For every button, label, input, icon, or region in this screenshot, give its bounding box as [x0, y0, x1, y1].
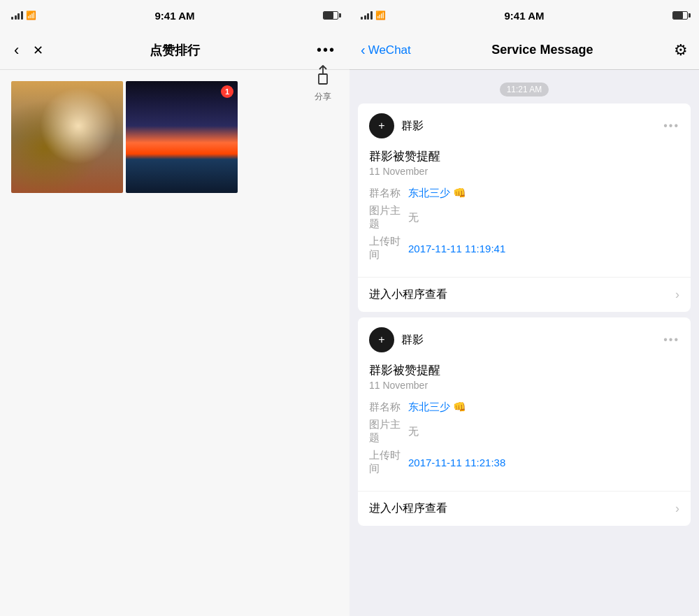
right-battery-icon — [672, 11, 688, 20]
card-2-group-value: 东北三少 👊 — [408, 401, 466, 414]
back-label: WeChat — [368, 43, 411, 57]
left-nav-title: 点赞排行 — [150, 42, 200, 59]
card-2-title: 群影被赞提醒 — [369, 362, 679, 378]
card-2-group-row: 群名称 东北三少 👊 — [369, 401, 679, 414]
card-1-action[interactable]: 进入小程序查看 › — [358, 277, 691, 312]
card-1-chevron-icon: › — [675, 287, 679, 302]
card-2-chevron-icon: › — [675, 501, 679, 516]
card-1-theme-label: 图片主题 — [369, 204, 408, 231]
settings-icon[interactable]: ⚙ — [674, 41, 688, 59]
card-1-title: 群影被赞提醒 — [369, 148, 679, 164]
card-2-theme-value: 无 — [408, 425, 419, 438]
svg-rect-0 — [319, 74, 327, 84]
right-signal: 📶 — [361, 10, 386, 20]
card-1-action-label: 进入小程序查看 — [369, 287, 447, 302]
back-chevron-icon: ‹ — [361, 42, 366, 58]
card-1-time-value: 2017-11-11 11:19:41 — [408, 243, 505, 255]
card-2-date: 11 November — [369, 380, 679, 391]
message-card-1: + 群影 ••• 群影被赞提醒 11 November 群名称 东北三少 👊 图… — [358, 103, 691, 312]
left-battery — [323, 11, 338, 20]
card-1-sender: + 群影 — [369, 113, 424, 138]
signal-bars-icon — [11, 11, 23, 20]
back-button[interactable]: ‹ WeChat — [361, 42, 411, 58]
right-nav: ‹ WeChat Service Message ⚙ — [350, 31, 699, 70]
card-2-theme-row: 图片主题 无 — [369, 418, 679, 445]
card-2-time-value: 2017-11-11 11:21:38 — [408, 457, 505, 468]
card-2-header: + 群影 ••• — [358, 317, 691, 359]
left-panel: 📶 9:41 AM ‹ ✕ 点赞排行 ••• 分享 — [0, 0, 350, 616]
message-card-2: + 群影 ••• 群影被赞提醒 11 November 群名称 东北三少 👊 图… — [358, 317, 691, 526]
card-1-more[interactable]: ••• — [663, 120, 679, 132]
sender-name-1: 群影 — [401, 119, 424, 134]
card-1-header: + 群影 ••• — [358, 103, 691, 145]
card-1-group-value: 东北三少 👊 — [408, 187, 466, 200]
card-1-date: 11 November — [369, 166, 679, 177]
share-area[interactable]: 分享 — [310, 63, 336, 103]
right-panel: 📶 9:41 AM ‹ WeChat Service Message ⚙ 11:… — [350, 0, 699, 616]
card-2-time-row: 上传时间 2017-11-11 11:21:38 — [369, 449, 679, 475]
right-battery — [672, 11, 688, 20]
card-1-theme-value: 无 — [408, 211, 419, 224]
left-nav-icons: ‹ ✕ — [14, 41, 43, 59]
card-2-body: 群影被赞提醒 11 November 群名称 东北三少 👊 图片主题 无 上传时… — [358, 359, 691, 491]
wifi-icon: 📶 — [26, 10, 36, 20]
card-1-theme-row: 图片主题 无 — [369, 204, 679, 231]
time-badge-text: 11:21 AM — [500, 83, 549, 96]
photo-item-1[interactable] — [11, 81, 123, 193]
card-1-time-row: 上传时间 2017-11-11 11:19:41 — [369, 235, 679, 262]
card-1-time-label: 上传时间 — [369, 235, 408, 262]
right-wifi-icon: 📶 — [375, 10, 386, 20]
card-2-theme-label: 图片主题 — [369, 418, 408, 445]
sender-name-2: 群影 — [401, 333, 424, 348]
card-1-body: 群影被赞提醒 11 November 群名称 东北三少 👊 图片主题 无 上传时… — [358, 145, 691, 277]
right-time: 9:41 AM — [505, 10, 545, 22]
left-nav-more[interactable]: ••• — [317, 42, 336, 58]
card-2-action[interactable]: 进入小程序查看 › — [358, 491, 691, 526]
card-2-sender: + 群影 — [369, 327, 424, 352]
card-2-time-label: 上传时间 — [369, 449, 408, 475]
card-1-group-label: 群名称 — [369, 187, 408, 200]
back-icon[interactable]: ‹ — [14, 41, 19, 59]
card-2-group-label: 群名称 — [369, 401, 408, 414]
sender-avatar-1: + — [369, 113, 394, 138]
card-2-more[interactable]: ••• — [663, 334, 679, 346]
time-badge: 11:21 AM — [350, 83, 699, 96]
photo-grid: 1 — [0, 70, 350, 204]
right-signal-bars-icon — [361, 11, 373, 20]
close-icon[interactable]: ✕ — [33, 43, 43, 58]
photo-item-2[interactable]: 1 — [126, 81, 238, 193]
battery-icon — [323, 11, 338, 20]
card-2-action-label: 进入小程序查看 — [369, 501, 447, 516]
share-label: 分享 — [315, 91, 331, 103]
photo-badge-2: 1 — [221, 85, 233, 98]
right-nav-title: Service Message — [491, 43, 593, 57]
right-status-bar: 📶 9:41 AM — [350, 0, 699, 31]
avatar-plus-icon-2: + — [378, 334, 384, 346]
card-1-group-row: 群名称 东北三少 👊 — [369, 187, 679, 200]
avatar-plus-icon: + — [378, 120, 384, 132]
sender-avatar-2: + — [369, 327, 394, 352]
message-list: 11:21 AM + 群影 ••• 群影被赞提醒 11 November 群名称… — [350, 70, 699, 616]
left-status-bar: 📶 9:41 AM — [0, 0, 350, 31]
left-time: 9:41 AM — [155, 10, 195, 22]
left-nav: ‹ ✕ 点赞排行 ••• — [0, 31, 350, 70]
share-icon[interactable] — [310, 63, 336, 88]
left-signal: 📶 — [11, 10, 36, 20]
